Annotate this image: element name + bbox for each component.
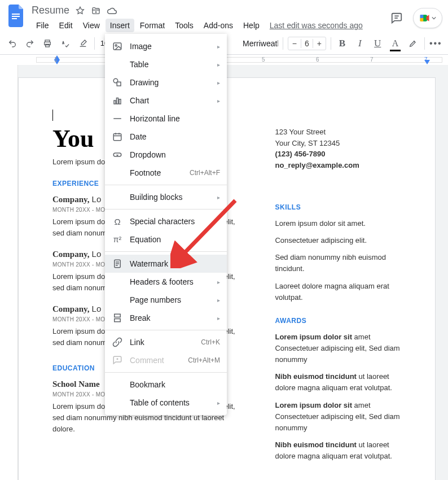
ruler-tick: 5: [262, 56, 265, 63]
vertical-ruler[interactable]: [0, 65, 18, 480]
insert-equation[interactable]: π² Equation: [105, 230, 227, 248]
underline-button[interactable]: U: [371, 36, 384, 51]
redo-icon[interactable]: [23, 36, 36, 51]
award-item[interactable]: Lorem ipsum dolor sit amet Consectetuer …: [275, 331, 401, 365]
menubar: File Edit View Insert Format Tools Add-o…: [32, 19, 388, 32]
award-item[interactable]: Nibh euismod tincidunt ut laoreet dolore…: [275, 371, 401, 394]
svg-rect-0: [12, 14, 20, 15]
dropdown-icon: [112, 149, 123, 160]
insert-dropdown-chip[interactable]: Dropdown: [105, 146, 227, 164]
insert-drawing[interactable]: Drawing▸: [105, 73, 227, 91]
drawing-icon: [112, 77, 123, 88]
omega-icon: Ω: [112, 216, 123, 227]
svg-rect-12: [117, 82, 121, 86]
print-icon[interactable]: [41, 36, 54, 51]
font-size-decrease[interactable]: −: [288, 39, 301, 48]
menu-insert[interactable]: Insert: [106, 19, 134, 32]
break-icon: [112, 312, 123, 324]
menu-file[interactable]: File: [32, 19, 54, 32]
highlight-button[interactable]: [406, 36, 419, 51]
font-size-increase[interactable]: +: [313, 39, 326, 48]
date-icon: [112, 131, 123, 142]
insert-table[interactable]: Table▸: [105, 55, 227, 73]
contact-block[interactable]: 123 Your Street Your City, ST 12345 (123…: [275, 126, 401, 171]
pi-icon: π²: [112, 234, 123, 245]
svg-rect-26: [115, 314, 121, 317]
insert-building-blocks[interactable]: Building blocks▸: [105, 188, 227, 206]
svg-rect-14: [117, 98, 118, 104]
docs-app-icon[interactable]: [6, 5, 28, 27]
cloud-status-icon[interactable]: [107, 6, 117, 16]
more-toolbar-icon[interactable]: •••: [429, 36, 442, 51]
undo-icon[interactable]: [6, 36, 19, 51]
chart-icon: [112, 95, 123, 106]
insert-page-numbers[interactable]: Page numbers▸: [105, 291, 227, 309]
skill-item[interactable]: Consectetuer adipiscing elit.: [275, 235, 401, 246]
svg-rect-15: [119, 99, 121, 104]
document-page[interactable]: You Lorem ipsum do EXPERIENCE Company, L…: [18, 77, 436, 480]
document-title[interactable]: Resume: [32, 5, 69, 16]
insert-image[interactable]: Image▸: [105, 37, 227, 55]
star-icon[interactable]: [75, 6, 85, 16]
insert-headers-footers[interactable]: Headers & footers▸: [105, 273, 227, 291]
move-folder-icon[interactable]: [91, 6, 101, 16]
award-item[interactable]: Nibh euismod tincidunt ut laoreet dolore…: [275, 439, 401, 462]
font-size-value[interactable]: 6: [301, 39, 313, 48]
open-comments-icon[interactable]: [388, 10, 405, 27]
svg-rect-13: [114, 101, 116, 104]
menu-format[interactable]: Format: [135, 19, 169, 32]
right-indent-marker-handle[interactable]: [424, 60, 430, 64]
watermark-icon: [112, 258, 123, 269]
insert-menu-dropdown: Image▸ Table▸ Drawing▸ Chart▸ Horizontal…: [105, 34, 227, 415]
svg-rect-9: [113, 43, 121, 50]
spellcheck-icon[interactable]: [59, 36, 72, 51]
svg-rect-1: [12, 16, 20, 17]
link-icon: [112, 337, 123, 348]
insert-date[interactable]: Date: [105, 128, 227, 146]
comment-icon: [112, 355, 123, 366]
ruler-tick: 1: [54, 56, 58, 63]
insert-chart[interactable]: Chart▸: [105, 91, 227, 110]
ruler-tick: 6: [316, 56, 319, 63]
skill-item[interactable]: Laoreet dolore magna aliquam erat volutp…: [275, 281, 401, 303]
menu-edit[interactable]: Edit: [55, 19, 77, 32]
svg-rect-2: [12, 18, 17, 19]
award-item[interactable]: Lorem ipsum dolor sit amet Consectetuer …: [275, 400, 401, 434]
insert-watermark[interactable]: Watermark: [105, 255, 227, 273]
section-skills[interactable]: SKILLS: [275, 203, 401, 211]
ruler-tick: 7: [370, 56, 374, 63]
last-edit-link[interactable]: Last edit was seconds ago: [265, 19, 367, 32]
meet-join-button[interactable]: [413, 8, 442, 28]
menu-view[interactable]: View: [78, 19, 104, 32]
image-icon: [112, 41, 123, 52]
hline-icon: [112, 113, 123, 124]
menu-addons[interactable]: Add-ons: [199, 19, 238, 32]
insert-link[interactable]: LinkCtrl+K: [105, 333, 227, 351]
font-select[interactable]: Merriweath…: [243, 39, 278, 48]
paint-format-icon[interactable]: [77, 36, 90, 51]
skill-item[interactable]: Lorem ipsum dolor sit amet.: [275, 218, 401, 229]
section-awards[interactable]: AWARDS: [275, 317, 401, 325]
italic-button[interactable]: I: [353, 36, 366, 51]
insert-break[interactable]: Break▸: [105, 309, 227, 327]
menu-tools[interactable]: Tools: [170, 19, 198, 32]
insert-comment: CommentCtrl+Alt+M: [105, 351, 227, 369]
insert-horizontal-line[interactable]: Horizontal line: [105, 110, 227, 128]
insert-table-of-contents[interactable]: Table of contents▸: [105, 394, 227, 412]
bold-button[interactable]: B: [336, 36, 349, 51]
insert-bookmark[interactable]: Bookmark: [105, 376, 227, 394]
font-name: Merriweath…: [243, 39, 278, 48]
skill-item[interactable]: Sed diam nonummy nibh euismod tincidunt.: [275, 252, 401, 274]
insert-special-characters[interactable]: Ω Special characters: [105, 212, 227, 230]
insert-footnote[interactable]: FootnoteCtrl+Alt+F: [105, 164, 227, 182]
font-size-stepper[interactable]: − 6 +: [288, 37, 326, 50]
svg-point-10: [115, 45, 117, 46]
menu-help[interactable]: Help: [239, 19, 264, 32]
svg-rect-27: [115, 319, 121, 322]
text-color-button[interactable]: A: [389, 36, 402, 51]
svg-rect-17: [113, 134, 121, 141]
